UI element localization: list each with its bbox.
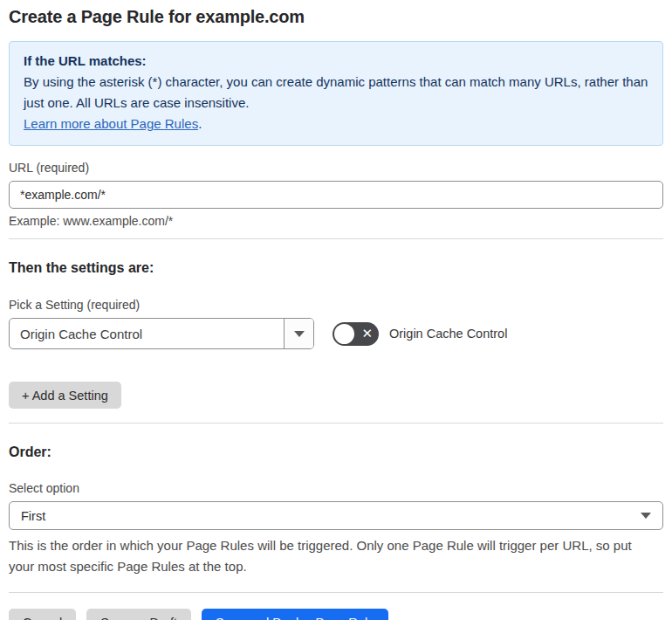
toggle-knob bbox=[334, 324, 354, 344]
url-matches-info-box: If the URL matches: By using the asteris… bbox=[9, 41, 663, 146]
toggle-label: Origin Cache Control bbox=[389, 327, 507, 341]
setting-select-value: Origin Cache Control bbox=[10, 319, 284, 348]
divider bbox=[9, 592, 663, 593]
divider bbox=[9, 238, 663, 239]
setting-select[interactable]: Origin Cache Control bbox=[9, 318, 314, 349]
origin-cache-control-toggle[interactable]: ✕ bbox=[333, 322, 379, 346]
learn-more-link[interactable]: Learn more about Page Rules bbox=[24, 116, 198, 131]
info-box-link-line: Learn more about Page Rules. bbox=[24, 114, 648, 134]
pick-setting-label: Pick a Setting (required) bbox=[9, 298, 663, 312]
cancel-button[interactable]: Cancel bbox=[9, 609, 76, 620]
url-input[interactable] bbox=[9, 181, 663, 209]
url-field-label: URL (required) bbox=[9, 161, 663, 175]
chevron-down-icon bbox=[641, 513, 651, 519]
order-help-text: This is the order in which your Page Rul… bbox=[9, 535, 655, 577]
create-page-rule-form: Create a Page Rule for example.com If th… bbox=[0, 0, 672, 620]
divider bbox=[9, 423, 663, 424]
info-box-body: By using the asterisk (*) character, you… bbox=[24, 72, 648, 114]
setting-select-caret-button[interactable] bbox=[284, 319, 313, 348]
chevron-down-icon bbox=[294, 331, 305, 337]
setting-row: Origin Cache Control ✕ Origin Cache Cont… bbox=[9, 318, 663, 349]
add-setting-button[interactable]: + Add a Setting bbox=[9, 382, 121, 409]
save-and-deploy-button[interactable]: Save and Deploy Page Rule bbox=[202, 609, 388, 620]
order-select-label: Select option bbox=[9, 481, 663, 495]
order-select-value: First bbox=[21, 509, 45, 523]
link-suffix: . bbox=[198, 116, 202, 131]
settings-section-heading: Then the settings are: bbox=[9, 260, 663, 276]
url-field-help: Example: www.example.com/* bbox=[9, 214, 663, 228]
order-select[interactable]: First bbox=[9, 501, 663, 530]
toggle-off-x-icon: ✕ bbox=[361, 327, 373, 340]
info-box-heading: If the URL matches: bbox=[24, 51, 648, 72]
order-section-heading: Order: bbox=[9, 444, 663, 460]
footer-button-row: Cancel Save as Draft Save and Deploy Pag… bbox=[9, 609, 663, 620]
save-as-draft-button[interactable]: Save as Draft bbox=[86, 609, 191, 620]
page-title: Create a Page Rule for example.com bbox=[9, 7, 663, 27]
